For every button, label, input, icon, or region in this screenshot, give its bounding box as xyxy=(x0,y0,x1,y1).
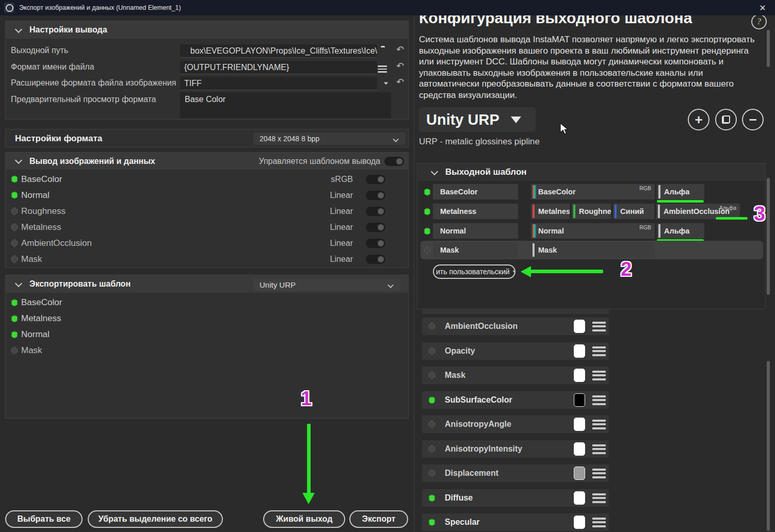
live-output-button[interactable]: Живой выход xyxy=(263,510,345,528)
channel-state-hexagon[interactable] xyxy=(428,519,435,526)
drag-handle-icon[interactable] xyxy=(592,444,606,454)
mapping-chip[interactable]: Roughness t... xyxy=(572,204,611,219)
channel-list-row[interactable]: Diffuse xyxy=(422,489,609,507)
drag-handle-icon[interactable] xyxy=(592,395,606,405)
colorspace-toggle[interactable] xyxy=(366,191,385,200)
file-extension-select[interactable]: TIFF xyxy=(180,77,377,90)
reset-extension-icon[interactable]: ↶ xyxy=(396,77,404,87)
export-template-item[interactable]: Normal xyxy=(6,327,408,342)
channel-state-hexagon[interactable] xyxy=(11,255,18,263)
filename-format-input[interactable]: {OUTPUT.FRIENDLYNAME} xyxy=(180,61,377,74)
channel-color-swatch[interactable] xyxy=(574,369,585,382)
channel-list-row[interactable]: Specular xyxy=(422,513,609,531)
channel-state-hexagon[interactable] xyxy=(11,223,18,231)
duplicate-template-button[interactable] xyxy=(715,109,737,130)
drag-handle-icon[interactable] xyxy=(592,322,606,331)
channel-state-hexagon[interactable] xyxy=(428,323,435,330)
remove-template-button[interactable]: − xyxy=(742,109,764,130)
image-output-row[interactable]: MetalnessLinear xyxy=(6,219,408,235)
export-template-item[interactable]: Metalness xyxy=(6,311,408,326)
image-output-row[interactable]: NormalLinear xyxy=(6,187,408,203)
channel-state-hexagon[interactable] xyxy=(424,188,431,196)
channel-state-hexagon[interactable] xyxy=(428,347,435,355)
add-custom-channel-button[interactable]: ить пользовательский xyxy=(433,264,515,279)
template-row-name[interactable]: Metalness xyxy=(433,204,518,219)
colorspace-toggle[interactable] xyxy=(366,239,385,248)
mapping-chip[interactable]: Синий xyxy=(613,204,654,219)
channel-color-swatch[interactable] xyxy=(574,467,585,480)
export-button[interactable]: Экспорт xyxy=(349,510,408,528)
channel-state-hexagon[interactable] xyxy=(424,208,431,215)
channel-color-swatch[interactable] xyxy=(574,393,585,407)
colorspace-toggle[interactable] xyxy=(366,223,385,232)
drag-handle-icon[interactable] xyxy=(592,420,606,429)
template-row-name[interactable]: Mask xyxy=(433,242,518,258)
channel-state-hexagon[interactable] xyxy=(428,470,435,477)
mapping-chip[interactable]: Mask xyxy=(531,242,655,258)
export-template-item[interactable]: BaseColor xyxy=(6,295,408,310)
preview-format-box[interactable]: Base Color xyxy=(180,92,391,118)
scrollbar-thumb[interactable] xyxy=(767,361,770,531)
colorspace-toggle[interactable] xyxy=(366,207,385,216)
channel-state-hexagon[interactable] xyxy=(428,421,435,428)
drag-handle-icon[interactable] xyxy=(592,493,606,503)
add-template-button[interactable]: + xyxy=(688,109,709,130)
format-size-select[interactable]: 2048 x 2048 8 bpp xyxy=(253,132,406,145)
image-output-row[interactable]: MaskLinear xyxy=(6,251,408,267)
channel-list-row[interactable]: AnisotropyIntensity xyxy=(422,440,609,458)
image-output-row[interactable]: RoughnessLinear xyxy=(6,203,408,219)
channel-state-hexagon[interactable] xyxy=(424,227,431,235)
colorspace-toggle[interactable] xyxy=(366,175,385,184)
template-row-name[interactable]: BaseColor xyxy=(433,184,518,200)
colorspace-toggle[interactable] xyxy=(366,255,385,264)
channel-color-swatch[interactable] xyxy=(574,320,585,333)
deselect-all-button[interactable]: Убрать выделение со всего xyxy=(88,510,223,528)
channel-color-swatch[interactable] xyxy=(574,516,585,529)
template-row-name[interactable]: Normal xyxy=(433,223,518,239)
channel-list-row[interactable]: Opacity xyxy=(422,342,609,360)
channel-color-swatch[interactable] xyxy=(574,491,585,505)
channel-color-swatch[interactable] xyxy=(574,418,585,431)
reset-path-icon[interactable]: ↶ xyxy=(396,45,404,54)
channel-state-hexagon[interactable] xyxy=(11,191,18,199)
scrollbar-thumb[interactable] xyxy=(767,30,770,67)
output-path-input[interactable]: box\EVEGOPLAYON\Props\Ice_Cliffs\Texture… xyxy=(180,44,377,58)
reset-filename-icon[interactable]: ↶ xyxy=(396,61,404,71)
mapping-chip[interactable]: Альфа xyxy=(657,223,704,239)
channel-state-hexagon[interactable] xyxy=(11,315,18,323)
scrollbar-thumb[interactable] xyxy=(767,178,770,295)
image-output-row[interactable]: BaseColorsRGB xyxy=(6,171,408,187)
channel-list-row[interactable]: Displacement xyxy=(422,464,609,482)
output-settings-header[interactable]: Настройки вывода xyxy=(6,21,408,39)
help-icon[interactable]: ? xyxy=(751,14,767,29)
drag-handle-icon[interactable] xyxy=(592,518,606,527)
export-template-item[interactable]: Mask xyxy=(6,343,408,358)
channel-state-hexagon[interactable] xyxy=(11,175,18,183)
filename-tokens-icon[interactable] xyxy=(378,65,387,73)
channel-state-hexagon[interactable] xyxy=(11,347,18,355)
channel-state-hexagon[interactable] xyxy=(11,239,18,247)
channel-list-row[interactable]: AnisotropyAngle xyxy=(422,415,609,433)
channel-state-hexagon[interactable] xyxy=(11,331,18,339)
channel-state-hexagon[interactable] xyxy=(428,372,435,379)
drag-handle-icon[interactable] xyxy=(592,469,606,478)
channel-state-hexagon[interactable] xyxy=(428,494,435,502)
channel-color-swatch[interactable] xyxy=(574,442,585,456)
image-output-row[interactable]: AmbientOcclusionLinear xyxy=(6,235,408,251)
channel-color-swatch[interactable] xyxy=(574,344,585,358)
collapse-chevron-icon[interactable] xyxy=(15,25,22,32)
mapping-chip[interactable]: Альфа xyxy=(657,184,704,200)
close-icon[interactable]: ✕ xyxy=(756,2,769,14)
channel-list-row[interactable]: SubSurfaceColor xyxy=(422,391,609,409)
channel-state-hexagon[interactable] xyxy=(428,396,435,404)
drag-handle-icon[interactable] xyxy=(592,346,606,356)
mapping-chip[interactable]: NormalRGB xyxy=(531,223,655,239)
mapping-chip[interactable]: Metalness xyxy=(531,204,570,219)
channel-state-hexagon[interactable] xyxy=(428,445,435,453)
mapping-chip[interactable]: BaseColorRGB xyxy=(531,184,655,200)
channel-list-row[interactable]: Mask xyxy=(422,367,609,384)
channel-state-hexagon[interactable] xyxy=(11,207,18,215)
select-all-button[interactable]: Выбрать все xyxy=(5,510,83,528)
channel-state-hexagon[interactable] xyxy=(11,299,18,307)
drag-handle-icon[interactable] xyxy=(592,371,606,380)
